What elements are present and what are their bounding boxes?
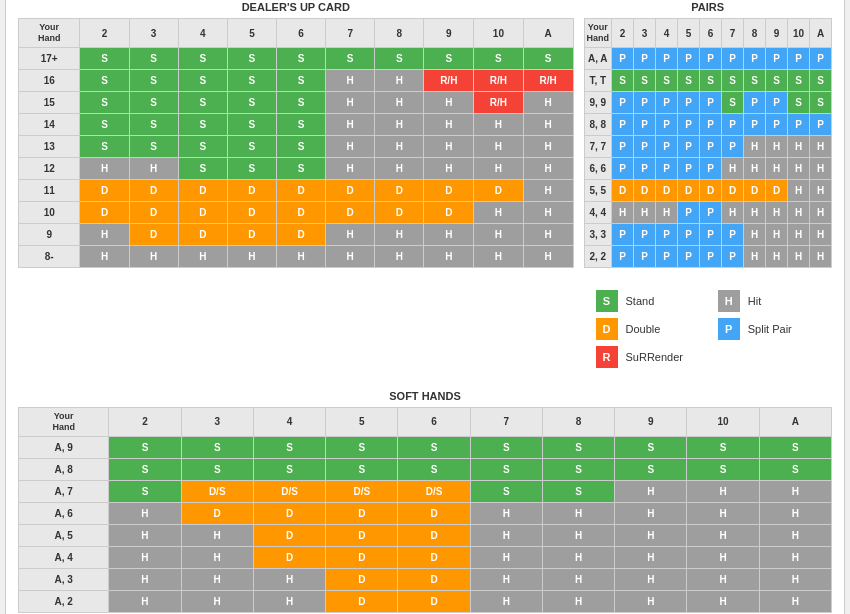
cell: H: [178, 246, 227, 268]
cell: P: [700, 246, 722, 268]
cell: S: [326, 436, 398, 458]
cell: P: [656, 246, 678, 268]
pairs-col-10: 10: [788, 19, 810, 48]
cell: S: [474, 48, 524, 70]
cell: H: [810, 158, 832, 180]
col-2: 2: [80, 19, 129, 48]
cell: H: [253, 568, 325, 590]
cell: H: [759, 480, 831, 502]
soft-col-5: 5: [326, 408, 398, 437]
cell: D: [276, 224, 325, 246]
col-a: A: [523, 19, 573, 48]
cell: S: [178, 92, 227, 114]
cell: D: [656, 180, 678, 202]
cell: D: [178, 224, 227, 246]
cell: D: [227, 180, 276, 202]
legend-item: DDouble: [596, 318, 698, 340]
cell: S: [612, 70, 634, 92]
table-row: 5, 5DDDDDDDDHH: [584, 180, 832, 202]
cell: D: [276, 180, 325, 202]
cell: D: [253, 524, 325, 546]
cell: H: [687, 568, 759, 590]
cell: H: [474, 136, 524, 158]
hand-label: A, A: [584, 48, 612, 70]
cell: H: [615, 480, 687, 502]
col-6: 6: [276, 19, 325, 48]
cell: H: [424, 224, 474, 246]
hand-label: 10: [19, 202, 80, 224]
hand-label: A, 9: [19, 436, 109, 458]
hard-hands-table: YourHand 2 3 4 5 6 7 8 9 10 A 17+SSSSSSS…: [18, 18, 574, 268]
cell: D: [398, 590, 470, 612]
cell: H: [687, 502, 759, 524]
pairs-title: PAIRS: [584, 1, 833, 13]
cell: D: [722, 180, 744, 202]
cell: H: [80, 246, 129, 268]
cell: P: [634, 158, 656, 180]
table-row: A, 3HHHDDHHHHH: [19, 568, 832, 590]
cell: P: [700, 114, 722, 136]
cell: P: [612, 158, 634, 180]
cell: P: [810, 114, 832, 136]
cell: D: [227, 202, 276, 224]
cell: H: [181, 590, 253, 612]
cell: S: [810, 92, 832, 114]
cell: P: [678, 114, 700, 136]
cell: H: [759, 546, 831, 568]
table-row: 16SSSSSHHR/HR/HR/H: [19, 70, 574, 92]
cell: H: [612, 202, 634, 224]
pairs-col-8: 8: [744, 19, 766, 48]
cell: P: [744, 92, 766, 114]
cell: R/H: [474, 92, 524, 114]
table-row: A, 4HHDDDHHHHH: [19, 546, 832, 568]
cell: H: [523, 246, 573, 268]
hand-label: 13: [19, 136, 80, 158]
cell: D/S: [253, 480, 325, 502]
hand-label: A, 4: [19, 546, 109, 568]
cell: P: [722, 246, 744, 268]
cell: P: [700, 202, 722, 224]
col-3: 3: [129, 19, 178, 48]
cell: S: [227, 136, 276, 158]
cell: H: [744, 136, 766, 158]
cell: S: [80, 70, 129, 92]
cell: P: [634, 92, 656, 114]
cell: H: [326, 92, 375, 114]
cell: H: [759, 524, 831, 546]
hand-label: 14: [19, 114, 80, 136]
cell: S: [109, 480, 181, 502]
cell: H: [542, 502, 614, 524]
table-row: 17+SSSSSSSSSS: [19, 48, 574, 70]
pairs-col-2: 2: [612, 19, 634, 48]
legend-box: P: [718, 318, 740, 340]
cell: P: [656, 48, 678, 70]
table-row: A, 6HDDDDHHHHH: [19, 502, 832, 524]
cell: P: [788, 114, 810, 136]
cell: H: [759, 502, 831, 524]
pairs-col-4: 4: [656, 19, 678, 48]
cell: P: [700, 48, 722, 70]
cell: S: [722, 70, 744, 92]
cell: S: [687, 458, 759, 480]
cell: H: [523, 202, 573, 224]
legend-item: PSplit Pair: [718, 318, 820, 340]
cell: H: [634, 202, 656, 224]
cell: S: [80, 92, 129, 114]
cell: P: [722, 136, 744, 158]
cell: H: [276, 246, 325, 268]
cell: H: [810, 246, 832, 268]
cell: H: [687, 524, 759, 546]
legend-section: SStandHHitDDoublePSplit PairRSuRRender: [584, 278, 833, 380]
soft-hands-title: SOFT HANDS: [18, 390, 832, 402]
cell: S: [542, 436, 614, 458]
cell: H: [424, 246, 474, 268]
hard-hands-section: DEALER'S UP CARD YourHand 2 3 4 5 6 7 8 …: [18, 1, 574, 380]
cell: D: [634, 180, 656, 202]
cell: P: [678, 224, 700, 246]
soft-col-2: 2: [109, 408, 181, 437]
cell: H: [181, 568, 253, 590]
hand-label: T, T: [584, 70, 612, 92]
soft-col-8: 8: [542, 408, 614, 437]
legend-label: SuRRender: [626, 351, 683, 363]
table-row: 7, 7PPPPPPHHHH: [584, 136, 832, 158]
